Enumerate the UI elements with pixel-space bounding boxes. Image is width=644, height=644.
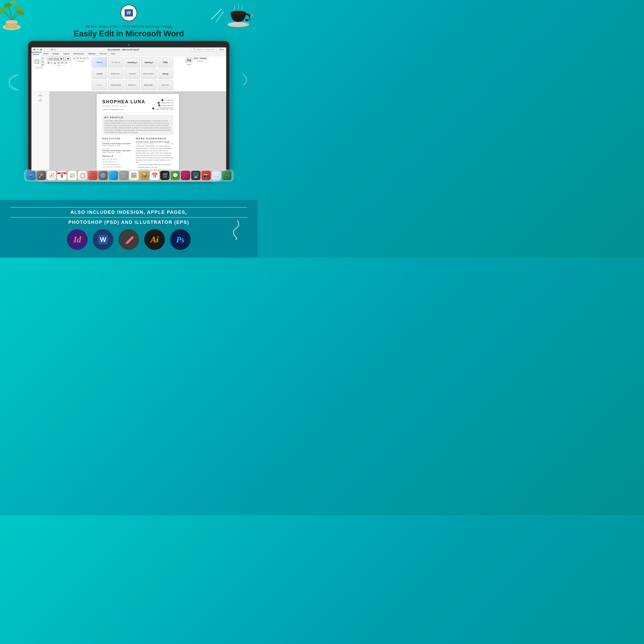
sidebar-pane[interactable]: 📑 Pane xyxy=(38,97,43,102)
color-button[interactable]: A xyxy=(64,61,68,64)
styles-button[interactable]: Aa xyxy=(185,57,193,63)
traffic-light-yellow[interactable] xyxy=(37,49,39,50)
style-subtle-emph[interactable]: Subtle Emph... xyxy=(108,69,124,79)
tab-design[interactable]: Design xyxy=(50,52,61,56)
resume-profile-section: MY PROFILE Lorem Ipsum is simply dummy t… xyxy=(102,115,173,135)
style-subtitle[interactable]: Subtitle xyxy=(92,69,107,79)
justify-button[interactable]: ≡ xyxy=(83,57,86,60)
app-icon-illustrator[interactable]: Ai xyxy=(144,229,165,250)
style-intense-emph[interactable]: Intense Emph... xyxy=(141,69,157,79)
style-normal[interactable]: Normal xyxy=(92,57,107,67)
dock-launchpad[interactable]: 🚀 xyxy=(37,171,46,180)
dock-monitor[interactable]: 🖥️ xyxy=(191,171,200,180)
skill-label-1: UX DESIGN xyxy=(106,158,117,160)
svg-point-13 xyxy=(232,11,245,14)
subscript-button[interactable]: x₂ xyxy=(61,61,64,64)
bottom-line-1 xyxy=(10,207,247,208)
resume-title-sub: ENTER YOUR TITLE xyxy=(102,105,145,107)
align-right-button[interactable]: ≡ xyxy=(79,57,82,60)
style-subtle-ref[interactable]: Subtle Ref... xyxy=(125,80,140,90)
dock-facetime[interactable]: 📹 xyxy=(222,171,231,180)
dock-music[interactable]: 🎵 xyxy=(88,171,97,180)
skill-typography: TYPOGRAPHY xyxy=(102,164,133,165)
traffic-light-green[interactable] xyxy=(40,49,42,50)
dock-calendar[interactable]: SUN 9 xyxy=(57,171,66,180)
app-icon-photoshop[interactable]: Ps xyxy=(170,229,191,250)
align-left-button[interactable]: ≡ xyxy=(73,57,76,60)
skill-label-3: TYPOGRAPHY xyxy=(106,164,119,165)
font-size-select[interactable]: 12 xyxy=(64,57,70,61)
app-icon-word[interactable]: W xyxy=(93,229,113,250)
paste-button[interactable]: 📋 xyxy=(33,59,40,64)
resume-left-col: EDUCATION 2015 - 2017 ENTER YOUR FIRST D… xyxy=(102,137,133,171)
style-quote[interactable]: Quote xyxy=(92,80,107,90)
tab-mailings[interactable]: Mailings xyxy=(86,52,98,56)
tab-insert[interactable]: Insert xyxy=(41,52,50,56)
dock-notes[interactable]: 📰 xyxy=(67,171,77,180)
font-family-select[interactable]: Calibri (Body) xyxy=(47,57,64,61)
tab-references[interactable]: References xyxy=(71,52,86,56)
style-strong[interactable]: Strong xyxy=(158,69,173,79)
share-button[interactable]: Share xyxy=(219,49,224,50)
style-intense-ref[interactable]: Intense Ref... xyxy=(141,80,157,90)
paragraph-label: Paragraph xyxy=(73,60,89,62)
sidebar-styles[interactable]: 🖊 Styles xyxy=(38,92,43,97)
dock-photos[interactable]: 🖼️ xyxy=(129,171,139,180)
dock-photobooth[interactable]: 📷 xyxy=(201,171,211,180)
find-button[interactable]: Find xyxy=(193,57,199,60)
dock-network[interactable]: 🌐 xyxy=(109,171,118,180)
clipboard-buttons: 📋 ✂ ⎘ 🖌 xyxy=(33,57,45,66)
dock-messages[interactable]: 💬 xyxy=(171,171,180,180)
style-book-title[interactable]: Book Title xyxy=(158,80,173,90)
bottom-title-1: ALSO INCLUDED INDESIGN, APPLE PAGES, xyxy=(10,210,247,215)
replace-button[interactable]: Replace xyxy=(199,57,208,60)
format-painter-button[interactable]: 🖌 xyxy=(41,63,45,66)
align-center-button[interactable]: ≡ xyxy=(76,57,79,60)
tab-home[interactable]: Home xyxy=(31,52,41,56)
skill-label-4: COLOR THEORY xyxy=(106,166,121,168)
app-icon-indesign[interactable]: Id xyxy=(67,229,88,250)
dock-trash[interactable]: 🗑️ xyxy=(119,171,128,180)
strikethrough-button[interactable]: S xyxy=(57,61,60,64)
contact-address: 📍 State Address,City 7785Country, Pso/Zi… xyxy=(152,107,173,110)
style-heading2[interactable]: Heading 2 xyxy=(141,57,157,67)
resume-name: SHOPHEA LUNA xyxy=(102,99,145,105)
tab-review[interactable]: Review xyxy=(98,52,108,56)
pane-icon: 📑 xyxy=(39,98,41,100)
style-heading1[interactable]: Heading 1 xyxy=(125,57,140,67)
style-intense-quote[interactable]: Intense Quote xyxy=(108,80,124,90)
cut-button[interactable]: ✂ xyxy=(41,57,45,60)
dock-system-prefs[interactable]: ⚙️ xyxy=(98,171,108,180)
copy-button[interactable]: ⎘ xyxy=(41,60,45,63)
traffic-light-red[interactable] xyxy=(33,49,35,50)
search-box[interactable]: 🔍 Search in Document xyxy=(191,48,217,51)
skill-line-4 xyxy=(102,167,105,167)
dock-finder[interactable] xyxy=(26,171,36,180)
word-sidebar: 🖊 Styles 📑 Pane xyxy=(31,91,49,171)
indesign-label: Id xyxy=(73,235,81,244)
underline-button[interactable]: U xyxy=(53,61,57,64)
dock-contacts[interactable]: 📋 xyxy=(78,171,87,180)
style-emphasis[interactable]: Emphasis xyxy=(125,69,140,79)
dock-calendar2[interactable]: 📅 xyxy=(150,171,159,180)
svg-point-21 xyxy=(30,174,31,175)
dock-files[interactable]: 📦 xyxy=(140,171,149,180)
dock-icloud[interactable]: ☁️ xyxy=(212,171,221,180)
tab-view[interactable]: View xyxy=(109,52,117,56)
top-title: Easily Edit in Microsoft Word xyxy=(0,29,258,38)
line-spacing-button[interactable]: ↕ xyxy=(86,57,89,60)
bold-button[interactable]: B xyxy=(47,61,50,64)
resume-name-block: SHOPHEA LUNA ENTER YOUR TITLE Linkdin : … xyxy=(102,99,145,110)
dock-itunes[interactable]: 🎵 xyxy=(181,171,190,180)
tab-layout[interactable]: Layout xyxy=(61,52,71,56)
skills-title: SKILLS xyxy=(102,155,133,157)
italic-button[interactable]: I xyxy=(50,61,53,64)
style-title[interactable]: Title xyxy=(158,57,173,67)
app-icon-pages[interactable] xyxy=(118,229,139,250)
dock-safari[interactable]: 🧭 xyxy=(47,171,56,180)
svg-point-22 xyxy=(31,174,32,175)
dock-imovie[interactable]: 🎬 xyxy=(160,171,170,180)
style-no-spacing[interactable]: No Spacing xyxy=(108,57,124,67)
skill-color: COLOR THEORY xyxy=(102,166,133,168)
font-label: Font xyxy=(47,65,70,66)
